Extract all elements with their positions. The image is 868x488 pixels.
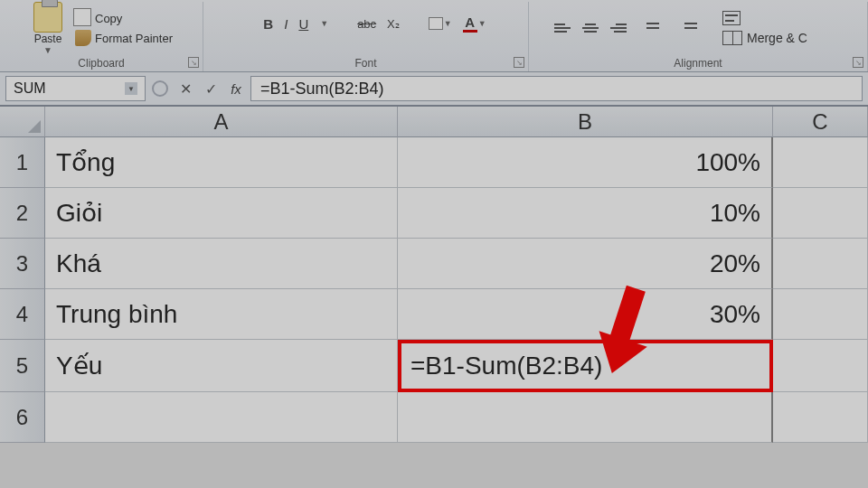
bucket-icon [429, 17, 443, 30]
subscript-button[interactable]: X₂ [387, 17, 400, 31]
name-box-circle [149, 78, 171, 99]
cell-C4[interactable] [773, 289, 868, 340]
ribbon: Paste ▼ Copy Format Painter Clipboard ↘ … [0, 0, 868, 72]
dropdown-icon[interactable]: ▼ [125, 82, 137, 95]
cell-B1[interactable]: 100% [398, 137, 773, 188]
font-group-label: Font [203, 57, 528, 70]
cell-B2[interactable]: 10% [398, 188, 773, 239]
merge-center-button[interactable]: Merge & C [722, 31, 807, 45]
wrap-text-button[interactable]: Wrap Text [722, 11, 807, 25]
copy-icon [75, 10, 91, 26]
cell-A2[interactable]: Giỏi [45, 188, 398, 239]
cell-A4[interactable]: Trung bình [45, 289, 398, 340]
cell-C1[interactable] [773, 137, 868, 188]
strikethrough-button[interactable]: abc [357, 17, 376, 31]
wrap-text-icon [722, 11, 741, 25]
font-color-letter: A [465, 14, 475, 30]
column-header-A[interactable]: A [45, 107, 398, 137]
fill-color-button[interactable]: ▼ [429, 17, 452, 30]
row-header-5[interactable]: 5 [0, 340, 45, 392]
cell-A5[interactable]: Yếu [45, 340, 398, 392]
clipboard-icon [33, 2, 62, 33]
row-header-6[interactable]: 6 [0, 392, 45, 443]
cell-B5-editing[interactable]: =B1-Sum(B2:B4) [398, 340, 773, 392]
fx-button[interactable]: fx [225, 78, 247, 99]
decrease-indent-button[interactable] [646, 20, 665, 36]
align-top-left-button[interactable] [554, 20, 572, 36]
formula-bar: SUM ▼ ✕ ✓ fx =B1-Sum(B2:B4) [0, 72, 868, 107]
column-header-B[interactable]: B [398, 107, 773, 137]
cell-C2[interactable] [773, 188, 868, 239]
row-header-3[interactable]: 3 [0, 239, 45, 289]
dialog-launcher-icon[interactable]: ↘ [514, 57, 524, 68]
dropdown-icon: ▼ [43, 45, 52, 55]
row-header-4[interactable]: 4 [0, 289, 45, 340]
row-header-2[interactable]: 2 [0, 188, 45, 239]
format-painter-button[interactable]: Format Painter [73, 29, 175, 47]
select-all-button[interactable] [0, 107, 45, 137]
spreadsheet-grid: A B C 1 Tổng 100% 2 Giỏi 10% 3 Khá 20% 4… [0, 107, 868, 443]
underline-button[interactable]: U [298, 16, 308, 32]
font-color-button[interactable]: A ▼ [463, 14, 486, 33]
bold-button[interactable]: B [263, 16, 273, 32]
cell-A6[interactable] [45, 392, 398, 443]
format-painter-label: Format Painter [95, 32, 173, 45]
italic-button[interactable]: I [284, 16, 288, 32]
column-header-C[interactable]: C [773, 107, 868, 137]
copy-button[interactable]: Copy [73, 9, 175, 27]
paste-label: Paste [34, 33, 62, 45]
copy-label: Copy [95, 12, 122, 25]
name-box[interactable]: SUM ▼ [5, 76, 146, 101]
cell-C5[interactable] [773, 340, 868, 392]
align-top-right-button[interactable] [609, 20, 627, 36]
align-top-center-button[interactable] [581, 20, 599, 36]
brush-icon [75, 30, 91, 46]
enter-formula-button[interactable]: ✓ [200, 78, 222, 99]
cancel-formula-button[interactable]: ✕ [175, 78, 196, 99]
cell-C3[interactable] [773, 239, 868, 289]
cell-B6[interactable] [398, 392, 773, 443]
paste-button[interactable]: Paste ▼ [28, 0, 68, 57]
cell-A3[interactable]: Khá [45, 239, 398, 289]
alignment-group-label: Alignment [529, 57, 867, 70]
cell-B3[interactable]: 20% [398, 239, 773, 289]
cell-A1[interactable]: Tổng [45, 137, 398, 188]
color-swatch-icon [463, 30, 477, 33]
merge-icon [722, 31, 742, 45]
row-header-1[interactable]: 1 [0, 137, 45, 188]
cell-B4[interactable]: 30% [398, 289, 773, 340]
clipboard-group-label: Clipboard [0, 57, 203, 70]
merge-label: Merge & C [747, 31, 807, 45]
dialog-launcher-icon[interactable]: ↘ [188, 57, 199, 68]
dialog-launcher-icon[interactable]: ↘ [853, 57, 863, 68]
increase-indent-button[interactable] [684, 20, 703, 36]
cell-C6[interactable] [773, 392, 868, 443]
formula-input[interactable]: =B1-Sum(B2:B4) [250, 76, 863, 101]
name-box-value: SUM [14, 80, 46, 97]
formula-text: =B1-Sum(B2:B4) [260, 80, 384, 99]
